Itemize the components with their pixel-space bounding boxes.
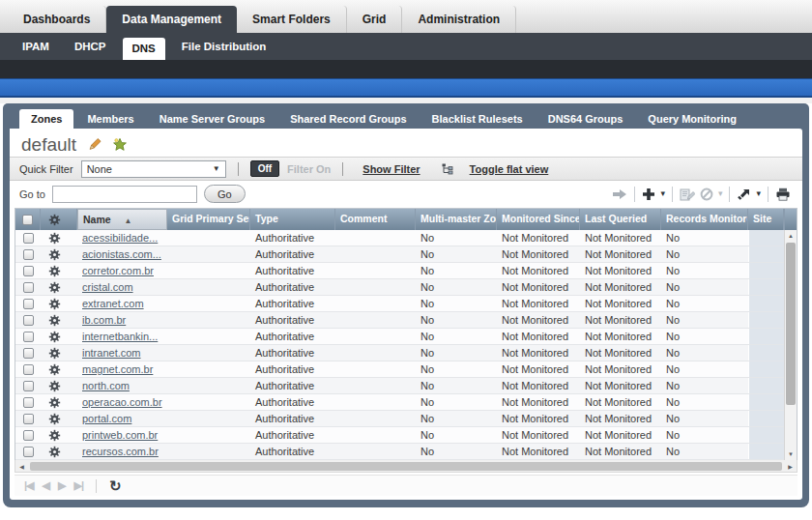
edit-icon[interactable]	[680, 188, 695, 201]
edit-pencil-icon[interactable]	[87, 137, 102, 152]
select-all-checkbox[interactable]	[22, 215, 33, 225]
horizontal-scrollbar-thumb[interactable]	[30, 462, 782, 471]
row-actions-gear-icon[interactable]	[48, 232, 61, 245]
row-actions-gear-icon[interactable]	[48, 446, 61, 458]
table-row[interactable]: acionistas.com... Authoritative No Not M…	[15, 246, 784, 263]
row-actions-gear-icon[interactable]	[48, 265, 61, 277]
table-row[interactable]: acessibilidade... Authoritative No Not M…	[15, 230, 784, 246]
table-row[interactable]: cristal.com Authoritative No Not Monitor…	[15, 279, 784, 296]
row-checkbox[interactable]	[23, 364, 34, 375]
scroll-left-icon[interactable]: ◀	[15, 463, 28, 470]
zone-name-link[interactable]: magnet.com.br	[82, 363, 153, 375]
row-actions-gear-icon[interactable]	[48, 281, 61, 294]
row-actions-gear-icon[interactable]	[48, 429, 61, 442]
export-menu-caret-icon[interactable]: ▾	[756, 189, 761, 198]
zone-name-link[interactable]: acionistas.com...	[82, 248, 161, 260]
quick-filter-select[interactable]: None ▼	[81, 160, 226, 178]
row-actions-gear-icon[interactable]	[48, 314, 61, 327]
top-nav-tab[interactable]: Administration	[402, 6, 516, 33]
view-tab[interactable]: Shared Record Groups	[278, 109, 418, 129]
row-checkbox[interactable]	[23, 447, 34, 457]
zone-name-link[interactable]: corretor.com.br	[82, 265, 154, 276]
row-checkbox[interactable]	[23, 381, 34, 391]
favorite-star-icon[interactable]	[112, 137, 128, 152]
row-actions-gear-icon[interactable]	[48, 298, 61, 310]
add-menu-caret-icon[interactable]: ▾	[660, 189, 665, 198]
zone-name-link[interactable]: printweb.com.br	[82, 429, 158, 441]
view-tab[interactable]: Name Server Groups	[148, 109, 276, 129]
row-checkbox[interactable]	[23, 249, 34, 260]
horizontal-scrollbar[interactable]: ◀ ▶	[14, 460, 798, 473]
zone-name-link[interactable]: internetbankin...	[82, 331, 158, 342]
show-filter-link[interactable]: Show Filter	[362, 163, 420, 175]
zone-name-link[interactable]: portal.com	[82, 413, 131, 424]
table-row[interactable]: internetbankin... Authoritative No Not M…	[15, 329, 784, 345]
row-checkbox[interactable]	[23, 430, 34, 441]
top-nav-tab[interactable]: Grid	[347, 6, 403, 33]
view-tab[interactable]: Zones	[19, 109, 73, 129]
vertical-scrollbar[interactable]: ▲ ▼	[784, 209, 797, 460]
zone-name-link[interactable]: operacao.com.br	[82, 396, 162, 408]
table-row[interactable]: magnet.com.br Authoritative No Not Monit…	[15, 361, 784, 378]
row-actions-gear-icon[interactable]	[48, 396, 61, 409]
add-icon[interactable]	[642, 188, 655, 201]
table-row[interactable]: recursos.com.br Authoritative No Not Mon…	[15, 444, 784, 460]
row-actions-gear-icon[interactable]	[48, 413, 61, 425]
delete-icon[interactable]	[700, 188, 713, 201]
last-page-button[interactable]: ▶|	[73, 479, 83, 492]
print-icon[interactable]	[775, 188, 791, 201]
column-header-multi-master[interactable]: Multi-master Zone	[416, 209, 497, 230]
top-nav-tab[interactable]: Data Management	[106, 6, 237, 33]
row-checkbox[interactable]	[23, 299, 34, 309]
table-row[interactable]: extranet.com Authoritative No Not Monito…	[15, 296, 784, 312]
row-checkbox[interactable]	[23, 348, 34, 359]
row-checkbox[interactable]	[23, 315, 34, 326]
column-header-comment[interactable]: Comment	[335, 209, 416, 230]
row-checkbox[interactable]	[23, 414, 34, 424]
sub-nav-tab[interactable]: IPAM	[10, 33, 62, 60]
row-checkbox[interactable]	[23, 282, 34, 293]
scroll-right-icon[interactable]: ▶	[784, 463, 797, 470]
column-header-grid-primary[interactable]: Grid Primary Ser...	[167, 209, 250, 230]
goto-input[interactable]	[52, 186, 197, 203]
zone-name-link[interactable]: intranet.com	[82, 347, 141, 359]
table-row[interactable]: intranet.com Authoritative No Not Monito…	[15, 345, 784, 361]
row-actions-gear-icon[interactable]	[48, 331, 61, 343]
table-row[interactable]: corretor.com.br Authoritative No Not Mon…	[15, 263, 784, 279]
top-nav-tab[interactable]: Dashboards	[8, 6, 106, 33]
vertical-scrollbar-track[interactable]: ▲ ▼	[784, 230, 797, 460]
delete-menu-caret-icon[interactable]: ▾	[718, 189, 723, 198]
first-page-button[interactable]: |◀	[24, 479, 34, 492]
table-row[interactable]: printweb.com.br Authoritative No Not Mon…	[15, 427, 784, 444]
column-header-site[interactable]: Site	[748, 209, 784, 230]
row-actions-gear-icon[interactable]	[48, 363, 61, 376]
column-header-monitored-since[interactable]: Monitored Since	[497, 209, 580, 230]
view-tab[interactable]: Blacklist Rulesets	[420, 109, 535, 129]
view-tab[interactable]: DNS64 Groups	[536, 109, 635, 129]
row-checkbox[interactable]	[23, 397, 34, 408]
zone-name-link[interactable]: cristal.com	[82, 281, 133, 293]
scroll-up-icon[interactable]: ▲	[785, 230, 797, 242]
row-actions-gear-icon[interactable]	[48, 347, 61, 360]
row-checkbox[interactable]	[23, 266, 34, 276]
column-header-type[interactable]: Type	[250, 209, 335, 230]
view-tab[interactable]: Query Monitoring	[636, 109, 748, 129]
row-checkbox[interactable]	[23, 332, 34, 342]
zone-name-link[interactable]: ib.com.br	[82, 314, 126, 326]
go-to-record-icon[interactable]	[612, 188, 627, 201]
toggle-flat-view-link[interactable]: Toggle flat view	[470, 163, 549, 175]
sub-nav-tab[interactable]: DNS	[123, 38, 165, 60]
view-tab[interactable]: Members	[75, 109, 145, 129]
vertical-scrollbar-thumb[interactable]	[786, 243, 796, 405]
filter-off-button[interactable]: Off	[250, 160, 279, 177]
table-row[interactable]: operacao.com.br Authoritative No Not Mon…	[15, 394, 784, 411]
column-header-name[interactable]: Name▲	[77, 209, 167, 230]
go-button[interactable]: Go	[204, 185, 246, 203]
row-actions-gear-icon[interactable]	[48, 380, 61, 392]
zone-name-link[interactable]: recursos.com.br	[82, 446, 159, 457]
column-settings-gear-icon[interactable]	[48, 214, 61, 226]
row-actions-gear-icon[interactable]	[48, 248, 61, 261]
zone-name-link[interactable]: north.com	[82, 380, 130, 391]
table-row[interactable]: portal.com Authoritative No Not Monitore…	[15, 411, 784, 427]
export-icon[interactable]	[737, 188, 751, 201]
